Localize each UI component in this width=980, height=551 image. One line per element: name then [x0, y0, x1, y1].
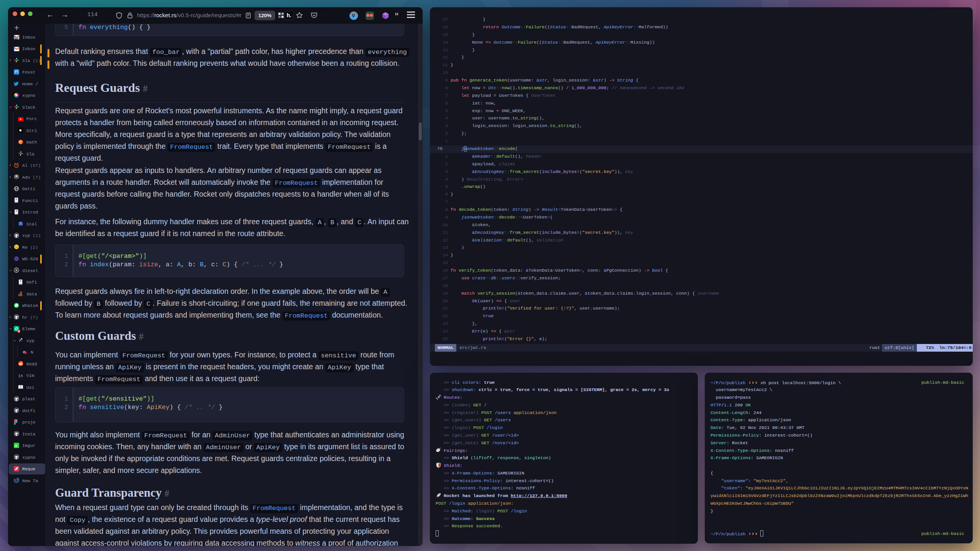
svg-text:R: R — [15, 269, 18, 272]
svg-text:(A): (A) — [18, 374, 23, 378]
svg-text:100+: 100+ — [14, 37, 19, 39]
